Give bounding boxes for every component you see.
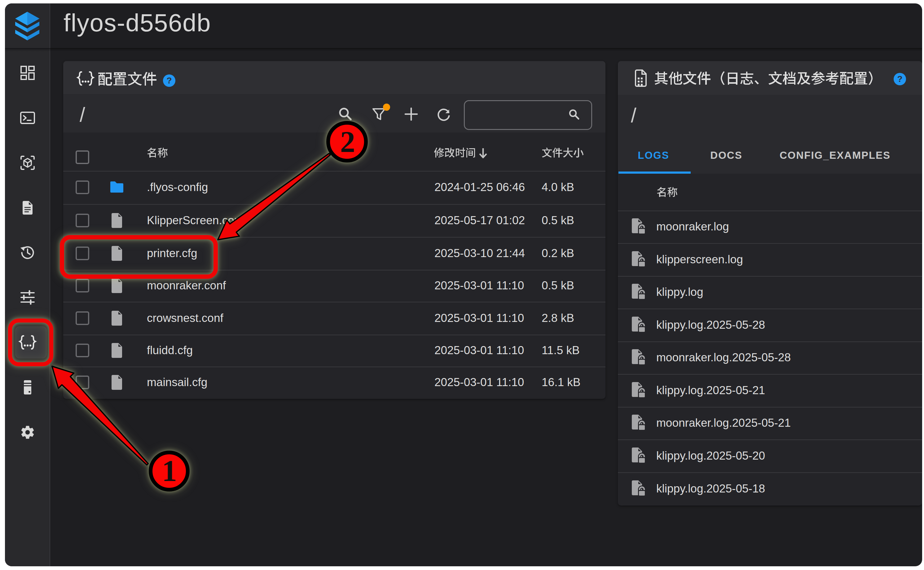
svg-text:1: 1 bbox=[162, 454, 177, 487]
svg-text:2: 2 bbox=[340, 125, 356, 158]
